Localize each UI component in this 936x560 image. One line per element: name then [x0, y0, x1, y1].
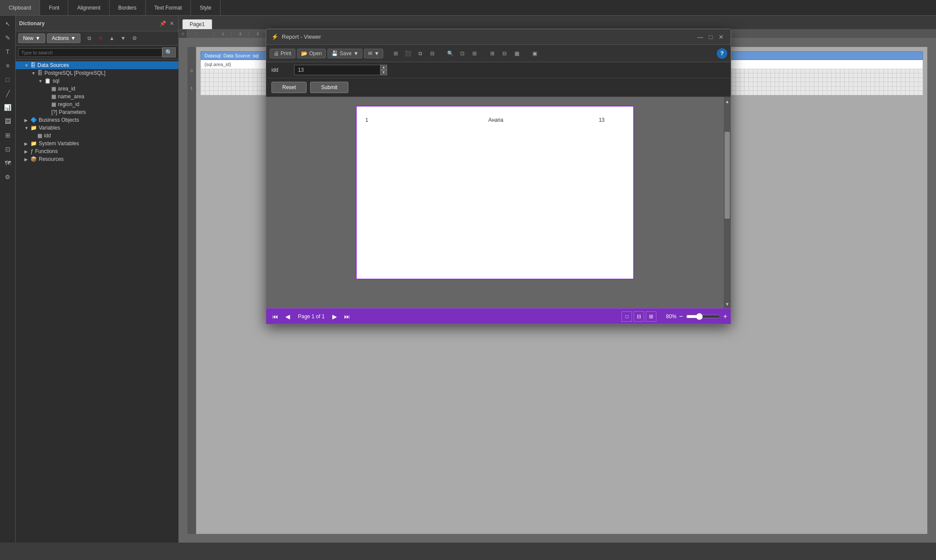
save-button[interactable]: 💾 Save ▼	[328, 49, 362, 58]
postgresql-label: PostgreSQL [PostgreSQL]	[44, 70, 105, 76]
toolbar-text-format[interactable]: Text Format	[146, 0, 191, 15]
parameters-icon: [?]	[51, 109, 57, 115]
spinner-down[interactable]: ▼	[380, 70, 387, 75]
tree-item-system-variables[interactable]: ▶ 📁 System Variables	[16, 140, 178, 147]
scroll-down-btn[interactable]: ▼	[724, 300, 731, 308]
search-button[interactable]: 🔍	[162, 47, 176, 57]
report-data-row: 1 Анапа 13	[365, 115, 625, 125]
save-icon: 💾	[331, 50, 338, 57]
toolbar-clipboard[interactable]: Clipboard	[0, 0, 40, 15]
move-up-icon[interactable]: ▲	[107, 33, 117, 43]
dialog-close-btn[interactable]: ✕	[717, 38, 725, 41]
resources-icon: 📦	[30, 156, 37, 162]
panel-icon[interactable]: ▣	[529, 48, 540, 59]
report-page-area[interactable]: 1 Анапа 13	[266, 97, 724, 308]
sidebar-btn-map[interactable]: 🗺	[1, 157, 14, 170]
system-variables-icon: 📁	[30, 140, 37, 147]
email-button[interactable]: ✉ ▼	[364, 49, 383, 58]
sidebar-btn-image[interactable]: 🖼	[1, 115, 14, 128]
delete-icon[interactable]: ✕	[95, 33, 106, 43]
viewer-icon-2[interactable]: ⬛	[403, 48, 413, 59]
viewer-icon-1[interactable]: ⊞	[391, 48, 401, 59]
param-value-input[interactable]	[294, 65, 381, 75]
nav-prev-btn[interactable]: ◀	[283, 311, 293, 322]
submit-button[interactable]: Submit	[310, 82, 348, 93]
tree-item-region-id[interactable]: ▦ region_id	[16, 100, 178, 108]
multi-page-icon[interactable]: ⊟	[499, 48, 510, 59]
report-cell-col3: 13	[539, 117, 605, 123]
open-button[interactable]: 📂 Open	[297, 49, 326, 58]
report-viewer-dialog: ⚡ Report - Viewer — □ ✕ 🖨 Pri	[266, 38, 731, 324]
dict-close-icon[interactable]: ✕	[169, 20, 175, 27]
zoom-section: □ ⊟ ⊞ 80% − +	[622, 311, 727, 322]
idd-icon: ▦	[37, 133, 42, 139]
nav-first-btn[interactable]: ⏮	[270, 311, 281, 322]
toolbar-borders[interactable]: Borders	[110, 0, 146, 15]
copy-icon[interactable]: ⧉	[84, 33, 94, 43]
dict-pin-icon[interactable]: 📌	[159, 20, 167, 27]
functions-label: Functions	[35, 148, 58, 154]
tree-item-variables[interactable]: ▼ 📁 Variables	[16, 124, 178, 132]
tree-item-area-id[interactable]: ▦ area_id	[16, 85, 178, 93]
tree-item-business-objects[interactable]: ▶ 🔷 Business Objects	[16, 116, 178, 124]
print-button[interactable]: 🖨 Print	[270, 49, 295, 58]
grid-icon[interactable]: ⊞	[487, 48, 498, 59]
zoom-single-page-icon[interactable]: □	[622, 311, 632, 322]
tree-item-name-area[interactable]: ▦ name_area	[16, 93, 178, 100]
tree-item-postgresql[interactable]: ▼ 🗄 PostgreSQL [PostgreSQL]	[16, 69, 178, 77]
move-down-icon[interactable]: ▼	[118, 33, 128, 43]
toolbar-style[interactable]: Style	[191, 0, 221, 15]
sidebar-btn-chart[interactable]: 📊	[1, 101, 14, 114]
zoom-multi-page-icon[interactable]: ⊞	[646, 311, 656, 322]
dialog-minimize-btn[interactable]: —	[696, 38, 705, 41]
settings-icon[interactable]: ⚙	[129, 33, 140, 43]
fit-page-icon[interactable]: ⊡	[457, 48, 468, 59]
region-id-icon: ▦	[51, 101, 56, 107]
nav-last-btn[interactable]: ⏭	[341, 311, 353, 322]
nav-next-btn[interactable]: ▶	[330, 311, 340, 322]
zoom-plus-icon[interactable]: +	[723, 313, 727, 320]
thumbnail-icon[interactable]: ▦	[511, 48, 522, 59]
toolbar-font[interactable]: Font	[40, 0, 68, 15]
toolbar-alignment[interactable]: Alignment	[68, 0, 109, 15]
tree-item-functions[interactable]: ▶ ƒ Functions	[16, 147, 178, 155]
reset-button[interactable]: Reset	[271, 82, 307, 93]
sidebar-btn-text[interactable]: T	[1, 45, 14, 58]
sidebar-btn-table[interactable]: ⊞	[1, 129, 14, 142]
sidebar-btn-component[interactable]: ⊡	[1, 143, 14, 156]
tree-item-sql[interactable]: ▼ 📋 sql	[16, 77, 178, 85]
search-input[interactable]	[18, 48, 162, 57]
scroll-up-btn[interactable]: ▲	[724, 97, 731, 106]
sidebar-btn-edit[interactable]: ✎	[1, 31, 14, 44]
sidebar-btn-line[interactable]: ╱	[1, 87, 14, 100]
help-button[interactable]: ?	[717, 48, 727, 59]
variables-label: Variables	[39, 125, 60, 131]
tree-item-resources[interactable]: ▶ 📦 Resources	[16, 155, 178, 163]
sidebar-btn-shape[interactable]: □	[1, 73, 14, 86]
report-cell-col1: 1	[365, 117, 452, 123]
tree-item-idd[interactable]: ▦ idd	[16, 132, 178, 140]
tree-item-data-sources[interactable]: ▼ 🗄 Data Sources	[16, 61, 178, 69]
zoom-search-icon[interactable]: 🔍	[445, 48, 455, 59]
dialog-maximize-btn[interactable]: □	[706, 38, 715, 41]
tree-item-parameters[interactable]: [?] Parameters	[16, 108, 178, 116]
viewer-icon-4[interactable]: ⊟	[427, 48, 438, 59]
fit-width-icon[interactable]: ⊞	[469, 48, 480, 59]
report-scrollbar[interactable]: ▲ ▼	[724, 97, 731, 308]
zoom-minus-icon[interactable]: −	[679, 313, 683, 320]
resources-label: Resources	[39, 156, 64, 162]
data-sources-label: Data Sources	[37, 62, 69, 68]
sidebar-btn-pointer[interactable]: ↖	[1, 17, 14, 30]
zoom-slider[interactable]	[686, 313, 721, 320]
scrollbar-thumb[interactable]	[725, 132, 730, 219]
sidebar-btn-gear[interactable]: ⚙	[1, 170, 14, 183]
sidebar-btn-band[interactable]: ≡	[1, 59, 14, 72]
zoom-fit-width-icon[interactable]: ⊟	[634, 311, 644, 322]
open-icon: 📂	[301, 50, 308, 57]
viewer-icon-3[interactable]: ⧉	[415, 48, 425, 59]
new-button[interactable]: New ▼	[18, 33, 45, 43]
actions-button[interactable]: Actions ▼	[47, 33, 80, 43]
spinner-up[interactable]: ▲	[380, 65, 387, 70]
page-info: Page 1 of 1	[294, 313, 328, 320]
design-canvas-wrapper[interactable]: 0 1 Datasql: Data Source: sql {sql.area_…	[179, 38, 936, 543]
